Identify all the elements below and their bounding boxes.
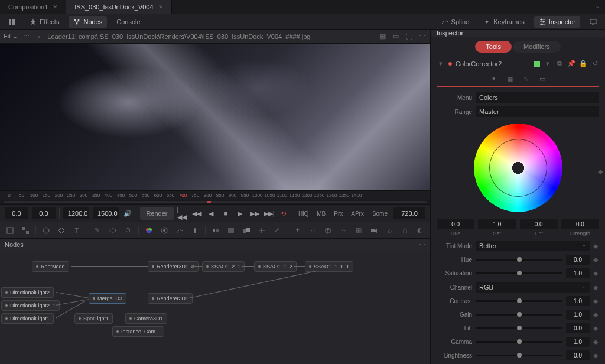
more-icon[interactable]: ⋯: [417, 32, 427, 40]
keyframe-diamond-icon[interactable]: ◆: [593, 284, 599, 291]
tool-console[interactable]: Console: [112, 16, 145, 28]
color-wheel[interactable]: [474, 124, 562, 212]
hiq-toggle[interactable]: HiQ: [296, 210, 311, 217]
tool-effects[interactable]: Effects: [25, 16, 64, 28]
square-icon[interactable]: ▫: [34, 33, 44, 40]
channelbool-icon[interactable]: [209, 225, 222, 236]
gain-slider[interactable]: [476, 314, 562, 316]
channel-dropdown[interactable]: RGB⌄: [476, 282, 590, 292]
keyframe-diamond-icon[interactable]: ◆: [593, 352, 599, 359]
tool-keyframes[interactable]: Keyframes: [479, 16, 529, 28]
tool-spline[interactable]: Spline: [437, 16, 474, 28]
expand-icon[interactable]: ⛶: [404, 33, 414, 40]
grid-icon[interactable]: ▦: [378, 32, 388, 40]
tool-inspector[interactable]: Inspector: [534, 16, 580, 28]
mode-dropdown[interactable]: Some: [370, 210, 390, 217]
hue-icon[interactable]: [158, 225, 171, 236]
camera-icon[interactable]: [367, 225, 380, 236]
pin-icon[interactable]: 📌: [567, 60, 575, 67]
lock-icon[interactable]: 🔒: [579, 60, 587, 67]
brush-icon[interactable]: ✎: [91, 225, 104, 236]
frame-icon[interactable]: ▭: [391, 32, 401, 40]
render-icon[interactable]: ⎙: [398, 225, 411, 236]
fit-dropdown[interactable]: Fit ⌄: [4, 32, 18, 40]
drop-icon[interactable]: [188, 225, 201, 236]
reset-icon[interactable]: ↺: [591, 60, 599, 67]
range-start[interactable]: 1200.0: [63, 207, 89, 219]
range-dropdown[interactable]: Master⌄: [476, 106, 599, 117]
levels-tab-icon[interactable]: ▦: [507, 75, 513, 83]
spline-icon[interactable]: 〰: [337, 225, 350, 236]
gamma-slider[interactable]: [476, 341, 562, 343]
hue-value[interactable]: 0.0: [437, 219, 474, 229]
prx-toggle[interactable]: Prx: [331, 210, 345, 217]
node-dirlight2[interactable]: DirectionalLight2: [1, 287, 54, 298]
tint-value[interactable]: 0.0: [520, 219, 558, 229]
node-ssao1-2-1[interactable]: SSAO1_2_1: [202, 261, 245, 272]
tool-nodes[interactable]: Nodes: [69, 16, 107, 28]
node-dirlight1[interactable]: DirectionalLight1: [1, 313, 54, 324]
colorcorrect-icon[interactable]: [142, 225, 155, 236]
node-dirlight2-1[interactable]: DirectionalLight2_1: [1, 300, 60, 311]
curves-tab-icon[interactable]: ∿: [523, 75, 529, 83]
lensflare-icon[interactable]: ✦: [291, 225, 304, 236]
tab-tools[interactable]: Tools: [475, 41, 512, 53]
correction-tab-icon[interactable]: ✦: [491, 75, 496, 83]
tab-modifiers[interactable]: Modifiers: [513, 41, 561, 53]
monitor-icon[interactable]: [585, 16, 601, 28]
play-icon[interactable]: ▶: [235, 207, 245, 220]
3d-icon[interactable]: [321, 225, 334, 236]
current-frame[interactable]: 0.0: [32, 207, 56, 219]
chevron-down-icon[interactable]: ▾: [544, 60, 552, 67]
node-renderer3d1[interactable]: Renderer3D1: [148, 293, 193, 304]
keyframe-diamond-icon[interactable]: ◆: [593, 324, 599, 332]
tracker-icon[interactable]: ⊕: [122, 225, 135, 236]
nodes-canvas[interactable]: RootNode DirectionalLight2 DirectionalLi…: [0, 251, 430, 364]
library-icon[interactable]: [4, 16, 20, 28]
keyframe-diamond-icon[interactable]: ◆: [593, 269, 599, 277]
brightness-field[interactable]: 0.0: [566, 350, 590, 360]
render-button[interactable]: Render: [140, 207, 173, 220]
keyframe-diamond-icon[interactable]: ◆: [593, 256, 599, 264]
strength-value[interactable]: 0.0: [561, 219, 599, 229]
node-renderer3d1-3[interactable]: Renderer3D1_3: [148, 261, 199, 272]
play-back-icon[interactable]: ◀: [206, 207, 216, 220]
gamma-field[interactable]: 1.0: [566, 337, 590, 347]
lift-slider[interactable]: [476, 327, 562, 329]
light-icon[interactable]: ☼: [383, 225, 396, 236]
keyframe-diamond-icon[interactable]: ◆: [593, 311, 599, 318]
matte-icon[interactable]: [225, 225, 238, 236]
sat-value[interactable]: 1.0: [478, 219, 516, 229]
blur-icon[interactable]: [40, 225, 53, 236]
timeline-track[interactable]: [0, 200, 430, 204]
particles-icon[interactable]: ∴: [306, 225, 319, 236]
node-ssao1-1-2[interactable]: SSAO1_1_2: [254, 261, 297, 272]
chevron-down-icon[interactable]: ⌄: [590, 0, 605, 14]
in-frame[interactable]: 0.0: [5, 207, 28, 219]
gain-field[interactable]: 1.0: [566, 310, 590, 320]
lift-field[interactable]: 0.0: [566, 323, 590, 333]
audio-icon[interactable]: 🔊: [122, 207, 133, 220]
stop-icon[interactable]: ■: [220, 207, 231, 220]
aprx-toggle[interactable]: APrx: [349, 210, 366, 217]
shader-icon[interactable]: ◐: [414, 225, 427, 236]
keyframe-diamond-icon[interactable]: ◆: [598, 168, 603, 176]
last-frame-icon[interactable]: ▶▶|: [264, 207, 275, 220]
first-frame-icon[interactable]: |◀◀: [177, 207, 188, 220]
node-camera3d1[interactable]: Camera3D1: [125, 313, 167, 324]
color-swatch[interactable]: [534, 61, 540, 67]
hue-field[interactable]: 0.0: [566, 255, 590, 265]
colorcurve-icon[interactable]: [173, 225, 186, 236]
mb-toggle[interactable]: MB: [314, 210, 328, 217]
keyframe-diamond-icon[interactable]: ◆: [593, 297, 599, 305]
keyframe-diamond-icon[interactable]: ◆: [593, 242, 599, 250]
xf-icon[interactable]: [255, 225, 268, 236]
menu-dropdown[interactable]: Colors⌄: [476, 92, 599, 103]
tintmode-dropdown[interactable]: Better⌄: [476, 240, 590, 251]
merge-icon[interactable]: [240, 225, 253, 236]
resize-icon[interactable]: ⤢: [271, 225, 284, 236]
out-frame[interactable]: 720.0: [393, 207, 425, 219]
loop-icon[interactable]: ⟲: [278, 207, 289, 220]
keyframe-diamond-icon[interactable]: ◆: [593, 338, 599, 346]
viewport-3d[interactable]: [0, 44, 430, 190]
